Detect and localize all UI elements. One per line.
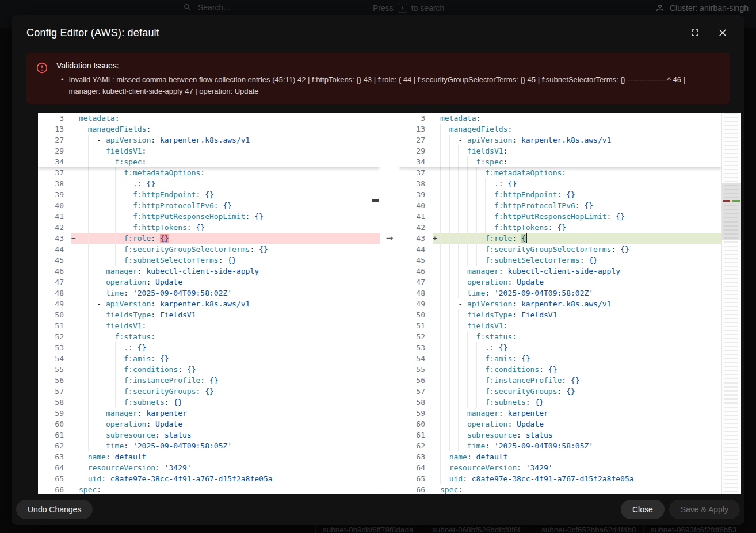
code-line[interactable]: 38 .: {} [38, 178, 380, 189]
code-line[interactable]: 65 uid: c8afe97e-38cc-4f91-a767-d15f2a8f… [399, 473, 721, 484]
code-line[interactable]: 50 fieldsType: FieldsV1 [38, 309, 380, 320]
code-line[interactable]: 61 subresource: status [399, 430, 721, 440]
token: fieldsType [106, 310, 151, 319]
code-line[interactable]: 40 f:httpProtocolIPv6: {} [38, 200, 380, 211]
token: : [200, 168, 205, 177]
code-line[interactable]: 55 f:conditions: {} [399, 364, 721, 375]
code-text: f:role: { [440, 233, 527, 244]
sticky-line[interactable]: 27 - apiVersion: karpenter.k8s.aws/v1 [38, 135, 380, 145]
code-line[interactable]: 57 f:securityGroups: {} [38, 386, 380, 397]
code-line[interactable]: 52 f:status: [38, 331, 380, 342]
code-line[interactable]: 66 spec: [38, 484, 380, 494]
line-number: 62 [38, 440, 71, 451]
code-line[interactable]: 66 spec: [399, 484, 721, 494]
code-line[interactable]: 62 time: '2025-09-04T09:58:05Z' [399, 440, 721, 451]
code-line[interactable]: 47 operation: Update [399, 277, 721, 287]
code-line[interactable]: 56 f:instanceProfile: {} [399, 375, 721, 386]
code-line[interactable]: 37 f:metadataOptions: [399, 167, 721, 178]
code-line[interactable]: 40 f:httpProtocolIPv6: {} [399, 200, 721, 211]
code-line[interactable]: 50 fieldsType: FieldsV1 [399, 309, 721, 320]
undo-changes-button[interactable]: Undo Changes [16, 500, 93, 519]
fullscreen-button[interactable] [688, 26, 702, 40]
sticky-line[interactable]: 3 metadata: [399, 113, 721, 124]
line-number: 60 [38, 419, 71, 430]
code-line[interactable]: 46 manager: kubectl-client-side-apply [38, 266, 380, 277]
line-content: f:httpTokens: {} [433, 222, 721, 233]
sticky-line[interactable]: 13 managedFields: [38, 124, 380, 135]
sticky-line[interactable]: 3 metadata: [38, 113, 380, 124]
code-line[interactable]: 42 f:httpTokens: {} [38, 222, 380, 233]
sticky-line[interactable]: 13 managedFields: [399, 124, 721, 135]
code-line[interactable]: 39 f:httpEndpoint: {} [38, 189, 380, 200]
code-line[interactable]: 45 f:subnetSelectorTerms: {} [399, 255, 721, 266]
code-line[interactable]: 44 f:securityGroupSelectorTerms: {} [38, 244, 380, 255]
close-button[interactable] [716, 26, 730, 40]
code-line[interactable]: 56 f:instanceProfile: {} [38, 375, 380, 386]
code-line[interactable]: 63 name: default [38, 451, 380, 462]
code-line[interactable]: 49 - apiVersion: karpenter.k8s.aws/v1 [399, 298, 721, 309]
code-line[interactable]: 52 f:status: [399, 331, 721, 342]
token: : [499, 409, 508, 417]
code-line[interactable]: 48 time: '2025-09-04T09:58:02Z' [38, 287, 380, 298]
code-line[interactable]: 58 f:subnets: {} [399, 397, 721, 408]
code-line[interactable]: 42 f:httpTokens: {} [399, 222, 721, 233]
code-line[interactable]: 60 operation: Update [38, 419, 380, 430]
token: : [499, 267, 508, 275]
code-line[interactable]: 37 f:metadataOptions: [38, 167, 380, 178]
sticky-line[interactable]: 34 f:spec: [38, 156, 380, 167]
code-line[interactable]: 46 manager: kubectl-client-side-apply [399, 266, 721, 277]
revert-change-arrow[interactable]: → [380, 233, 399, 244]
code-line[interactable]: 53 .: {} [38, 342, 380, 353]
sticky-line[interactable]: 27 - apiVersion: karpenter.k8s.aws/v1 [399, 135, 721, 145]
line-content: name: default [433, 451, 721, 462]
token: : [580, 256, 589, 264]
code-line[interactable]: 43+f:role: { [399, 233, 721, 244]
code-line[interactable]: 64 resourceVersion: '3429' [38, 462, 380, 473]
diff-sign [433, 419, 440, 430]
sticky-line[interactable]: 34 f:spec: [399, 156, 721, 167]
code-line[interactable]: 64 resourceVersion: '3429' [399, 462, 721, 473]
code-line[interactable]: 54 f:amis: {} [38, 353, 380, 364]
code-line[interactable]: 53 .: {} [399, 342, 721, 353]
code-line[interactable]: 44 f:securityGroupSelectorTerms: {} [399, 244, 721, 255]
code-line[interactable]: 43−f:role: {} [38, 233, 380, 244]
code-line[interactable]: 60 operation: Update [399, 419, 721, 430]
token: {} [173, 398, 182, 407]
sticky-line[interactable]: 29 fieldsV1: [399, 145, 721, 156]
minimap[interactable] [721, 113, 741, 494]
line-content: f:securityGroupSelectorTerms: {} [71, 244, 380, 255]
code-line[interactable]: 41 f:httpPutResponseHopLimit: {} [38, 211, 380, 222]
code-line[interactable]: 58 f:subnets: {} [38, 397, 380, 408]
diff-middle-gutter: → [380, 113, 399, 494]
sticky-line[interactable]: 29 fieldsV1: [38, 145, 380, 156]
code-line[interactable]: 57 f:securityGroups: {} [399, 386, 721, 397]
diff-sign [433, 244, 440, 255]
token: : [178, 365, 187, 374]
code-line[interactable]: 49 - apiVersion: karpenter.k8s.aws/v1 [38, 298, 380, 309]
code-line[interactable]: 48 time: '2025-09-04T09:58:02Z' [399, 287, 721, 298]
code-line[interactable]: 61 subresource: status [38, 430, 380, 440]
code-line[interactable]: 55 f:conditions: {} [38, 364, 380, 375]
code-line[interactable]: 39 f:httpEndpoint: {} [399, 189, 721, 200]
code-line[interactable]: 47 operation: Update [38, 277, 380, 287]
code-line[interactable]: 54 f:amis: {} [399, 353, 721, 364]
code-line[interactable]: 41 f:httpPutResponseHopLimit: {} [399, 211, 721, 222]
line-number: 57 [38, 386, 71, 397]
minimap-slider[interactable] [722, 183, 741, 240]
save-apply-button[interactable]: Save & Apply [669, 500, 740, 519]
line-number: 55 [38, 364, 71, 375]
token: : [526, 398, 535, 407]
code-line[interactable]: 59 manager: karpenter [399, 408, 721, 419]
token: karpenter [507, 409, 548, 417]
code-line[interactable]: 38 .: {} [399, 178, 721, 189]
indent [440, 211, 494, 222]
close-dialog-button[interactable]: Close [621, 500, 665, 519]
line-number: 61 [399, 430, 433, 440]
code-line[interactable]: 65 uid: c8afe97e-38cc-4f91-a767-d15f2a8f… [38, 473, 380, 484]
code-line[interactable]: 45 f:subnetSelectorTerms: {} [38, 255, 380, 266]
code-line[interactable]: 59 manager: karpenter [38, 408, 380, 419]
code-line[interactable]: 51 fieldsV1: [38, 320, 380, 331]
code-line[interactable]: 51 fieldsV1: [399, 320, 721, 331]
code-line[interactable]: 62 time: '2025-09-04T09:58:05Z' [38, 440, 380, 451]
code-line[interactable]: 63 name: default [399, 451, 721, 462]
